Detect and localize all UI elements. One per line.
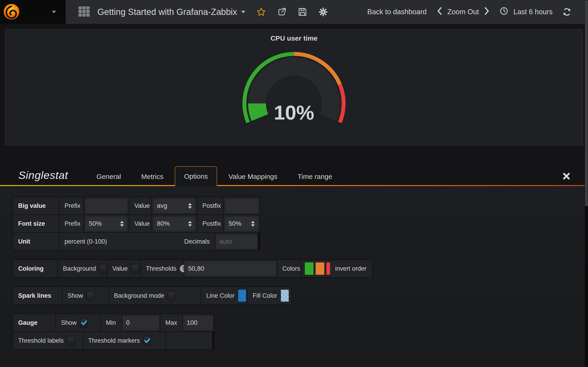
sidemenu-caret-icon (52, 11, 56, 13)
save-icon[interactable] (298, 7, 307, 17)
tab-time-range[interactable]: Time range (289, 167, 341, 186)
max-label: Max (160, 314, 182, 332)
postfix-size-label: Postfix (197, 215, 223, 232)
unit-row: Unit percent (0-100) Decimals (13, 233, 260, 250)
fill-color-label: Fill Color (253, 292, 277, 299)
select-spinner-icon (251, 221, 255, 227)
tab-general[interactable]: General (88, 167, 130, 186)
postfix-size-select[interactable]: 50% (225, 216, 258, 231)
vertical-scrollbar[interactable] (585, 0, 588, 367)
prefix-size-select[interactable]: 50% (85, 216, 128, 231)
threshold-markers-checkbox[interactable] (143, 336, 151, 345)
share-icon[interactable] (277, 7, 287, 17)
background-checkbox[interactable] (99, 264, 107, 273)
scrollbar-thumb[interactable] (585, 0, 588, 206)
navbar-right: Back to dashboard Zoom Out Last 6 hours (367, 7, 588, 17)
font-size-label: Font size (13, 215, 59, 232)
time-range-label: Last 6 hours (513, 8, 553, 16)
time-shift-left-icon[interactable] (436, 7, 442, 17)
close-editor-icon[interactable] (562, 172, 571, 181)
unit-select[interactable]: percent (0-100) Decimals (60, 233, 215, 250)
thresholds-label: Thresholds (146, 265, 177, 272)
decimals-input[interactable] (216, 234, 258, 249)
prefix-size-label: Prefix (60, 215, 83, 232)
postfix-size-selected: 50% (229, 220, 242, 227)
gauge-section: Gauge Show Min Max Threshold labels Thre… (13, 314, 214, 350)
select-spinner-icon (188, 221, 192, 227)
dashboard-actions (256, 7, 328, 17)
threshold-markers-label: Threshold markers (88, 337, 140, 344)
prefix-label: Prefix (60, 197, 83, 215)
panel-editor-tabs: Singlestat General Metrics Options Value… (0, 166, 588, 186)
dashboard-area: CPU user time 10% (0, 24, 588, 150)
value-size-selected: 80% (157, 220, 170, 227)
value-coloring-label: Value (112, 265, 128, 272)
value-size-select[interactable]: 80% (153, 216, 195, 231)
background-mode-checkbox[interactable] (167, 291, 175, 300)
tab-value-mappings[interactable]: Value Mappings (220, 167, 286, 186)
invert-order-button[interactable]: invert order (330, 260, 372, 277)
big-value-prefix-input[interactable] (85, 198, 128, 213)
coloring-row: Coloring Background Value Thresholds ? C… (13, 260, 372, 277)
threshold-labels-label: Threshold labels (18, 337, 64, 344)
gauge-show-checkbox[interactable] (80, 318, 88, 327)
spark-lines-row: Spark lines Show Background mode Line Co… (13, 287, 291, 304)
top-navbar: Getting Started with Grafana-Zabbix (0, 0, 588, 24)
value-function-select[interactable]: avg (153, 198, 195, 213)
panel-title[interactable]: CPU user time (6, 29, 582, 42)
options-tab-content: Big value Prefix Value avg Postfix Font … (0, 186, 588, 367)
clock-icon (500, 7, 508, 17)
value-label: Value (129, 197, 151, 215)
panel-type-title: Singlestat (18, 169, 85, 186)
edit-mode-gradient (0, 185, 585, 186)
refresh-icon[interactable] (562, 7, 571, 17)
decimals-label: Decimals (184, 238, 210, 245)
dashboard-title[interactable]: Getting Started with Grafana-Zabbix (97, 7, 237, 17)
gauge-max-input[interactable] (183, 315, 213, 330)
colors-label: Colors (277, 260, 301, 277)
font-size-row: Font size Prefix 50% Value 80% Postfix 5… (13, 215, 260, 232)
unit-selected-value[interactable]: percent (0-100) (65, 238, 107, 245)
value-function-selected: avg (157, 202, 167, 209)
fill-color-swatch[interactable] (281, 290, 289, 302)
line-color-swatch[interactable] (238, 290, 246, 302)
value-coloring-checkbox[interactable] (131, 264, 139, 273)
min-label: Min (101, 314, 121, 332)
navbar-main: Getting Started with Grafana-Zabbix (66, 0, 588, 24)
gauge-value-arc (257, 103, 260, 118)
background-mode-label: Background mode (114, 292, 164, 299)
time-picker-button[interactable]: Last 6 hours (500, 7, 553, 17)
settings-gear-icon[interactable] (318, 7, 328, 17)
time-shift-right-icon[interactable] (484, 7, 490, 17)
tab-metrics[interactable]: Metrics (132, 167, 172, 186)
spark-show-checkbox[interactable] (86, 291, 94, 300)
thresholds-input[interactable] (184, 261, 276, 276)
big-value-postfix-input[interactable] (225, 198, 258, 213)
threshold-labels-checkbox[interactable] (67, 336, 75, 345)
dashboard-grid-icon (78, 6, 90, 17)
back-to-dashboard-button[interactable]: Back to dashboard (367, 8, 427, 16)
grafana-logo-icon (3, 3, 20, 21)
unit-label: Unit (13, 233, 59, 250)
zoom-out-button[interactable]: Zoom Out (447, 8, 479, 16)
spark-lines-label: Spark lines (13, 287, 62, 304)
value-options-section: Big value Prefix Value avg Postfix Font … (13, 197, 260, 251)
tab-options[interactable]: Options (175, 166, 217, 186)
sidemenu-toggle[interactable] (0, 0, 66, 24)
postfix-label: Postfix (197, 197, 223, 215)
star-icon[interactable] (256, 7, 266, 17)
dashboard-title-caret-icon[interactable] (241, 11, 245, 13)
big-value-label: Big value (13, 197, 59, 215)
big-value-row: Big value Prefix Value avg Postfix (13, 197, 260, 215)
gauge-value-text: 10% (274, 101, 314, 124)
gauge-chart: 10% (240, 49, 348, 125)
select-spinner-icon (188, 203, 192, 209)
color-swatch-orange[interactable] (316, 262, 324, 275)
color-swatch-green[interactable] (305, 262, 313, 275)
spark-lines-section: Spark lines Show Background mode Line Co… (13, 286, 292, 305)
background-label: Background (63, 265, 96, 272)
threshold-display-row: Threshold labels Threshold markers (13, 332, 214, 349)
value-size-label: Value (129, 215, 151, 232)
gauge-min-input[interactable] (122, 315, 159, 330)
gauge-label: Gauge (13, 314, 56, 332)
